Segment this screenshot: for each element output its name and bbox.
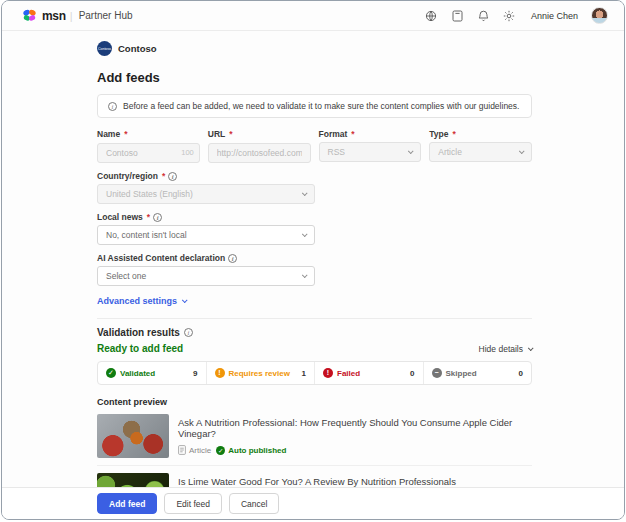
footer-actions: Add feed Edit feed Cancel: [2, 487, 624, 519]
country-label: Country/region*i: [97, 171, 315, 181]
url-input[interactable]: [208, 143, 311, 163]
validation-status-row: Ready to add feed Hide details: [97, 343, 532, 354]
format-select[interactable]: RSS: [319, 142, 422, 162]
chevron-down-icon: [302, 272, 308, 278]
globe-icon[interactable]: [425, 9, 438, 22]
ai-declaration-field-group: AI Assisted Content declarationi Select …: [97, 253, 315, 286]
chevron-down-icon: [519, 148, 525, 154]
format-value: RSS: [328, 147, 345, 157]
required-asterisk: *: [147, 212, 150, 222]
ai-declaration-select[interactable]: Select one: [97, 266, 315, 286]
error-circle-icon: !: [323, 368, 333, 378]
format-field-group: Format* RSS: [319, 129, 422, 163]
chevron-down-icon: [182, 297, 188, 303]
section-divider: [97, 318, 532, 319]
url-label: URL*: [208, 129, 311, 139]
info-banner-text: Before a feed can be added, we need to v…: [123, 101, 519, 111]
check-circle-icon: ✓: [216, 446, 225, 455]
country-select[interactable]: United States (English): [97, 184, 315, 204]
info-icon: i: [228, 254, 237, 263]
info-icon: i: [184, 328, 193, 337]
msn-logo: msn: [22, 9, 66, 23]
page-title: Add feeds: [97, 70, 532, 85]
stat-requires-review: ! Requires review 1: [207, 362, 316, 384]
type-value: Article: [438, 147, 462, 157]
bell-icon[interactable]: [477, 9, 490, 22]
advanced-settings-link[interactable]: Advanced settings: [97, 296, 186, 306]
required-asterisk: *: [452, 129, 455, 139]
cancel-button[interactable]: Cancel: [229, 493, 279, 514]
article-title: Is Lime Water Good For You? A Review By …: [178, 476, 456, 487]
stat-count: 0: [519, 369, 523, 378]
article-status: ✓ Auto published: [216, 446, 286, 455]
stat-failed: ! Failed 0: [315, 362, 424, 384]
validation-results-header: Validation results i: [97, 327, 532, 338]
article-title: Ask A Nutrition Professional: How Freque…: [178, 417, 532, 439]
org-avatar: Contoso: [97, 41, 112, 56]
top-header: msn | Partner Hub: [2, 1, 624, 31]
ai-declaration-value: Select one: [106, 271, 146, 281]
logo-text: msn: [42, 9, 66, 23]
document-icon: [178, 445, 186, 455]
validation-results-title: Validation results: [97, 327, 180, 338]
chevron-down-icon: [302, 231, 308, 237]
warning-circle-icon: !: [215, 368, 225, 378]
msn-butterfly-icon: [22, 9, 37, 22]
country-field-group: Country/region*i United States (English): [97, 171, 315, 204]
user-name: Annie Chen: [531, 11, 578, 21]
info-icon: i: [168, 172, 177, 181]
stat-count: 1: [302, 369, 306, 378]
header-divider: |: [70, 10, 73, 22]
org-selector[interactable]: Contoso Contoso: [97, 41, 532, 56]
app-name: Partner Hub: [79, 10, 133, 21]
required-asterisk: *: [229, 129, 232, 139]
article-meta: Article ✓ Auto published: [178, 445, 532, 455]
article-row: Ask A Nutrition Professional: How Freque…: [97, 407, 532, 465]
content-preview-title: Content preview: [97, 397, 532, 407]
required-asterisk: *: [351, 129, 354, 139]
stat-validated: ✓ Validated 9: [98, 362, 207, 384]
edit-feed-button[interactable]: Edit feed: [164, 493, 222, 514]
stat-count: 9: [193, 369, 197, 378]
format-label: Format*: [319, 129, 422, 139]
required-asterisk: *: [162, 171, 165, 181]
ai-declaration-label: AI Assisted Content declarationi: [97, 253, 315, 263]
add-feed-button[interactable]: Add feed: [97, 493, 157, 514]
app-window: msn | Partner Hub: [1, 0, 625, 520]
stat-count: 0: [410, 369, 414, 378]
local-news-label: Local news*i: [97, 212, 315, 222]
user-avatar[interactable]: [591, 7, 608, 24]
info-icon: i: [153, 213, 162, 222]
journal-icon[interactable]: [451, 9, 464, 22]
chevron-down-icon: [302, 190, 308, 196]
type-field-group: Type* Article: [429, 129, 532, 163]
local-news-value: No, content isn't local: [106, 230, 187, 240]
org-name: Contoso: [118, 43, 157, 54]
check-circle-icon: ✓: [106, 368, 116, 378]
info-banner: i Before a feed can be added, we need to…: [97, 94, 532, 118]
local-news-select[interactable]: No, content isn't local: [97, 225, 315, 245]
type-select[interactable]: Article: [429, 142, 532, 162]
article-thumbnail: [97, 414, 169, 458]
required-asterisk: *: [124, 129, 127, 139]
chevron-down-icon: [408, 148, 414, 154]
name-label: Name*: [97, 129, 200, 139]
main-content: Contoso Contoso Add feeds i Before a fee…: [97, 41, 532, 520]
hide-details-toggle[interactable]: Hide details: [479, 344, 532, 354]
name-field-group: Name* 100: [97, 129, 200, 163]
article-type: Article: [178, 445, 211, 455]
info-icon: i: [108, 102, 117, 111]
stat-skipped: − Skipped 0: [424, 362, 532, 384]
country-value: United States (English): [106, 189, 193, 199]
header-actions: Annie Chen: [425, 7, 608, 24]
url-field-group: URL*: [208, 129, 311, 163]
skipped-circle-icon: −: [432, 368, 442, 378]
local-news-field-group: Local news*i No, content isn't local: [97, 212, 315, 245]
gear-icon[interactable]: [503, 9, 516, 22]
name-char-counter: 100: [181, 148, 194, 157]
validation-summary: ✓ Validated 9 ! Requires review 1 ! Fail…: [97, 361, 532, 385]
type-label: Type*: [429, 129, 532, 139]
chevron-down-icon: [528, 345, 534, 351]
form-row-main: Name* 100 URL* Format* RSS Type*: [97, 129, 532, 163]
validation-status: Ready to add feed: [97, 343, 183, 354]
